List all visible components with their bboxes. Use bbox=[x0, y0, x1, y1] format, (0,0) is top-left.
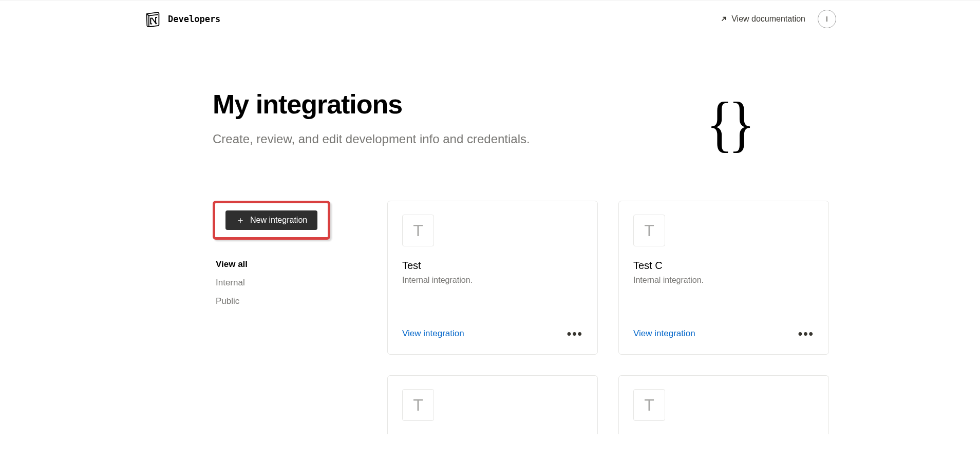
integration-card[interactable]: T Test Internal integration. View integr… bbox=[387, 201, 598, 355]
page-subtitle: Create, review, and edit development inf… bbox=[213, 130, 530, 148]
card-footer: View integration ••• bbox=[633, 316, 814, 341]
integration-icon: T bbox=[402, 389, 434, 421]
integration-card[interactable]: T bbox=[387, 375, 598, 434]
integration-card[interactable]: T Test C Internal integration. View inte… bbox=[618, 201, 829, 355]
card-footer: View integration ••• bbox=[402, 316, 583, 341]
more-menu-icon[interactable]: ••• bbox=[798, 326, 814, 341]
integration-title: Test C bbox=[633, 260, 814, 272]
filter-list: View all Internal Public bbox=[213, 255, 367, 311]
content-layout: ＋ New integration View all Internal Publ… bbox=[213, 201, 767, 434]
filter-internal[interactable]: Internal bbox=[216, 274, 367, 292]
header-left: Developers bbox=[144, 10, 220, 28]
user-avatar[interactable]: I bbox=[818, 10, 836, 28]
header-right: View documentation I bbox=[720, 10, 836, 28]
notion-logo-icon[interactable] bbox=[144, 10, 162, 28]
new-integration-button[interactable]: ＋ New integration bbox=[225, 210, 317, 230]
integration-subtitle: Internal integration. bbox=[402, 276, 583, 285]
app-header: Developers View documentation I bbox=[0, 0, 980, 37]
integration-card[interactable]: T bbox=[618, 375, 829, 434]
filter-public[interactable]: Public bbox=[216, 292, 367, 311]
sidebar: ＋ New integration View all Internal Publ… bbox=[213, 201, 367, 434]
integration-icon: T bbox=[402, 215, 434, 246]
braces-graphic-icon: { } bbox=[706, 89, 764, 160]
integration-icon: T bbox=[633, 215, 665, 246]
new-integration-label: New integration bbox=[250, 216, 307, 225]
integration-subtitle: Internal integration. bbox=[633, 276, 814, 285]
avatar-initial: I bbox=[826, 15, 828, 23]
view-documentation-link[interactable]: View documentation bbox=[720, 14, 805, 24]
new-integration-highlight: ＋ New integration bbox=[213, 201, 330, 240]
integrations-grid: T Test Internal integration. View integr… bbox=[387, 201, 829, 434]
page-title: My integrations bbox=[213, 89, 530, 120]
view-integration-link[interactable]: View integration bbox=[633, 329, 695, 339]
main-content: My integrations Create, review, and edit… bbox=[161, 37, 819, 434]
integration-icon: T bbox=[633, 389, 665, 421]
hero-section: My integrations Create, review, and edit… bbox=[213, 89, 767, 160]
plus-icon: ＋ bbox=[236, 216, 245, 225]
hero-text: My integrations Create, review, and edit… bbox=[213, 89, 530, 148]
external-link-icon bbox=[720, 15, 727, 23]
filter-view-all[interactable]: View all bbox=[216, 255, 367, 274]
doc-link-label: View documentation bbox=[731, 14, 805, 24]
view-integration-link[interactable]: View integration bbox=[402, 329, 464, 339]
brand-label: Developers bbox=[168, 14, 220, 24]
more-menu-icon[interactable]: ••• bbox=[567, 326, 583, 341]
integration-title: Test bbox=[402, 260, 583, 272]
